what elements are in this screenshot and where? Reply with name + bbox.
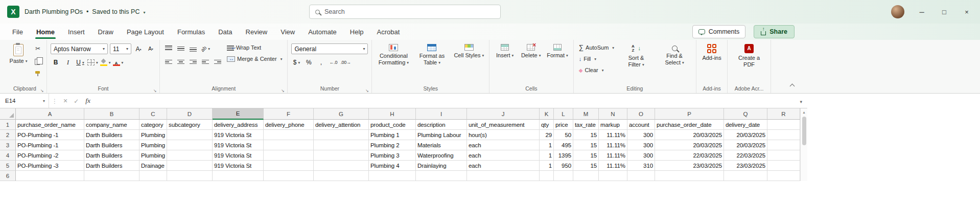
column-header-D[interactable]: D [167, 108, 213, 120]
column-header-O[interactable]: O [627, 108, 655, 120]
font-size-select[interactable]: 11 [110, 43, 131, 54]
cell-C2[interactable]: Plumbing [139, 130, 167, 140]
merge-center-button[interactable]: Merge & Center [225, 55, 284, 63]
cell-I5[interactable]: Drainlaying [416, 161, 467, 171]
cell-C5[interactable]: Drainage [139, 161, 167, 171]
cell-A6[interactable] [16, 171, 84, 181]
cell-C6[interactable] [139, 171, 167, 181]
cell-F1[interactable]: delivery_phone [264, 120, 314, 130]
currency-format-button[interactable]: $ [291, 57, 301, 68]
fill-button[interactable]: Fill [577, 55, 616, 63]
cell-K5[interactable]: 1 [540, 161, 554, 171]
cell-E2[interactable]: 919 Victoria St [213, 130, 264, 140]
cell-F4[interactable] [264, 150, 314, 161]
cell-L1[interactable]: price [554, 120, 573, 130]
row-header-6[interactable]: 6 [0, 171, 16, 181]
cell-P4[interactable]: 22/03/2025 [655, 150, 724, 161]
cell-R2[interactable] [767, 130, 800, 140]
tab-view[interactable]: View [274, 24, 301, 40]
cell-J4[interactable]: each [467, 150, 540, 161]
cell-H3[interactable]: Plumbing 2 [369, 140, 416, 150]
cell-G5[interactable] [314, 161, 369, 171]
cell-H6[interactable] [369, 171, 416, 181]
cell-N2[interactable]: 11.11% [599, 130, 627, 140]
tab-formulas[interactable]: Formulas [171, 24, 211, 40]
cell-J1[interactable]: unit_of_measurement [467, 120, 540, 130]
tab-insert[interactable]: Insert [62, 24, 91, 40]
increase-font-size-button[interactable]: A [133, 44, 144, 54]
cell-R6[interactable] [767, 171, 800, 181]
cell-F6[interactable] [264, 171, 314, 181]
align-center-button[interactable] [176, 57, 186, 67]
cell-D3[interactable] [167, 140, 213, 150]
find-select-button[interactable]: Find & Select [657, 42, 692, 66]
comments-button[interactable]: Comments [692, 25, 745, 38]
cell-L3[interactable]: 495 [554, 140, 573, 150]
tab-file[interactable]: File [6, 24, 29, 40]
cell-C1[interactable]: category [139, 120, 167, 130]
percent-format-button[interactable]: % [304, 57, 314, 68]
name-box[interactable]: E14 [0, 94, 49, 108]
tab-automate[interactable]: Automate [302, 24, 343, 40]
cell-H1[interactable]: product_code [369, 120, 416, 130]
format-as-table-button[interactable]: Format as Table [414, 42, 450, 66]
italic-button[interactable]: I [63, 57, 73, 68]
format-cells-button[interactable]: Format [545, 42, 570, 59]
cell-A1[interactable]: purchase_order_name [16, 120, 84, 130]
cell-M5[interactable]: 15 [573, 161, 599, 171]
cell-P1[interactable]: purchase_order_date [655, 120, 724, 130]
cell-M3[interactable]: 15 [573, 140, 599, 150]
cell-J6[interactable] [467, 171, 540, 181]
collapse-ribbon-button[interactable] [790, 83, 795, 88]
scrollbar-thumb[interactable] [802, 117, 806, 145]
formula-input[interactable] [94, 94, 807, 108]
cell-F3[interactable] [264, 140, 314, 150]
cell-Q6[interactable] [724, 171, 767, 181]
cell-O5[interactable]: 310 [627, 161, 655, 171]
cell-M6[interactable] [573, 171, 599, 181]
font-color-button[interactable] [113, 57, 124, 68]
cell-M4[interactable]: 15 [573, 150, 599, 161]
cell-R1[interactable] [767, 120, 800, 130]
cell-G2[interactable] [314, 130, 369, 140]
column-header-B[interactable]: B [84, 108, 139, 120]
cell-R5[interactable] [767, 161, 800, 171]
cell-D4[interactable] [167, 150, 213, 161]
align-middle-button[interactable] [176, 43, 186, 54]
cell-B5[interactable]: Darth Builders [84, 161, 139, 171]
number-format-select[interactable]: General [291, 43, 368, 54]
column-header-L[interactable]: L [554, 108, 573, 120]
cell-O3[interactable]: 300 [627, 140, 655, 150]
tab-data[interactable]: Data [212, 24, 238, 40]
namebox-resize-handle-icon[interactable] [49, 96, 60, 105]
column-header-M[interactable]: M [573, 108, 599, 120]
clipboard-dialog-launcher-icon[interactable] [39, 85, 45, 91]
cell-K6[interactable] [540, 171, 554, 181]
column-header-I[interactable]: I [416, 108, 467, 120]
column-header-K[interactable]: K [540, 108, 554, 120]
cell-I2[interactable]: Plumbing Labour [416, 130, 467, 140]
wrap-text-button[interactable]: Wrap Text [225, 43, 284, 52]
column-header-Q[interactable]: Q [724, 108, 767, 120]
vertical-scrollbar[interactable] [800, 108, 807, 181]
cell-L4[interactable]: 1395 [554, 150, 573, 161]
cell-B3[interactable]: Darth Builders [84, 140, 139, 150]
comma-format-button[interactable]: , [316, 57, 326, 68]
cell-P2[interactable]: 20/03/2025 [655, 130, 724, 140]
cell-C4[interactable]: Plumbing [139, 150, 167, 161]
expand-formula-bar-icon[interactable] [800, 96, 802, 105]
cell-P6[interactable] [655, 171, 724, 181]
cell-N6[interactable] [599, 171, 627, 181]
column-header-J[interactable]: J [467, 108, 540, 120]
align-right-button[interactable] [188, 57, 198, 67]
align-left-button[interactable] [164, 57, 174, 67]
tab-page-layout[interactable]: Page Layout [121, 24, 170, 40]
bold-button[interactable]: B [51, 57, 61, 68]
cell-G6[interactable] [314, 171, 369, 181]
cell-J5[interactable]: each [467, 161, 540, 171]
cell-R4[interactable] [767, 150, 800, 161]
cell-I6[interactable] [416, 171, 467, 181]
cell-F5[interactable] [264, 161, 314, 171]
decrease-font-size-button[interactable]: A [146, 44, 156, 54]
row-header-1[interactable]: 1 [0, 120, 16, 130]
